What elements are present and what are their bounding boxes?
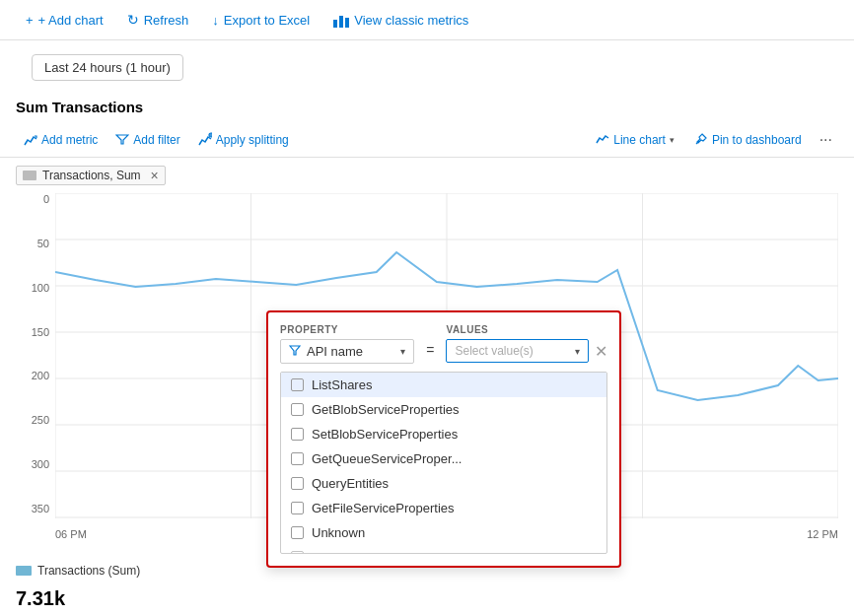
filter-checkbox-getqueue[interactable]: [291, 452, 304, 465]
filter-values-close-button[interactable]: ✕: [595, 342, 607, 361]
apply-splitting-button[interactable]: Apply splitting: [190, 128, 297, 153]
refresh-button[interactable]: ↻ Refresh: [117, 8, 199, 32]
list-item-label: Unknown: [312, 525, 365, 540]
legend-color-bar: [16, 566, 32, 576]
chart-toolbar-right: Line chart ▾ Pin to dashboard ···: [588, 127, 838, 153]
x-label-12pm: 12 PM: [807, 528, 838, 540]
filter-checkbox-getfile[interactable]: [291, 502, 304, 514]
add-chart-label: + Add chart: [38, 13, 104, 28]
add-metric-button[interactable]: Add metric: [16, 128, 106, 153]
apply-splitting-label: Apply splitting: [216, 133, 289, 147]
apply-splitting-icon: [198, 132, 212, 149]
y-label-200: 200: [32, 370, 49, 381]
view-classic-button[interactable]: View classic metrics: [323, 8, 478, 32]
property-dropdown[interactable]: API name ▾: [280, 339, 414, 364]
filter-checkbox-listshares[interactable]: [291, 378, 304, 391]
filter-chip: Transactions, Sum ×: [16, 166, 166, 185]
time-range-button[interactable]: Last 24 hours (1 hour): [32, 54, 183, 81]
refresh-icon: ↻: [127, 12, 139, 28]
values-placeholder: Select value(s): [455, 344, 533, 358]
property-dropdown-arrow: ▾: [400, 346, 405, 357]
line-chart-icon: [596, 133, 609, 148]
filter-checkbox-unknown[interactable]: [291, 526, 304, 539]
list-item-label: GetQueueServiceProper...: [312, 451, 462, 466]
list-item-label: GetBlobServiceProperties: [312, 402, 460, 417]
list-item[interactable]: QueryEntities: [281, 471, 606, 496]
filter-popup: PROPERTY API name ▾ = VALUES: [266, 310, 621, 568]
chart-toolbar: Add metric Add filter Apply splitting: [0, 123, 854, 158]
legend-label: Transactions (Sum): [37, 564, 140, 578]
list-item-label: SetBlobServiceProperties: [312, 427, 458, 442]
filter-checkbox-setblob[interactable]: [291, 428, 304, 441]
legend-item: Transactions (Sum): [16, 564, 140, 578]
chevron-down-icon: ▾: [670, 135, 675, 145]
property-dropdown-inner: API name: [289, 344, 363, 359]
list-item[interactable]: SetTableServiceProperti...: [281, 545, 606, 554]
property-col-label: PROPERTY: [280, 324, 414, 335]
pin-to-dashboard-label: Pin to dashboard: [712, 133, 802, 147]
export-excel-button[interactable]: ↓ Export to Excel: [202, 9, 320, 32]
export-icon: ↓: [212, 13, 219, 28]
pin-to-dashboard-button[interactable]: Pin to dashboard: [686, 128, 810, 153]
time-range-label: Last 24 hours (1 hour): [44, 60, 171, 75]
line-chart-button[interactable]: Line chart ▾: [588, 129, 682, 152]
filter-chip-color-bar: [23, 171, 36, 180]
y-label-250: 250: [32, 414, 49, 426]
list-item[interactable]: ListShares: [281, 373, 606, 397]
more-options-button[interactable]: ···: [814, 127, 838, 153]
filter-checkbox-getblob[interactable]: [291, 403, 304, 416]
list-item[interactable]: Unknown: [281, 520, 606, 545]
line-chart-label: Line chart: [613, 133, 666, 147]
y-axis: 350 300 250 200 150 100 50 0: [16, 193, 55, 518]
filter-popup-header: PROPERTY API name ▾ = VALUES: [280, 324, 607, 364]
filter-list: ListShares GetBlobServiceProperties SetB…: [280, 372, 607, 554]
chart-title: Sum Transactions: [0, 95, 854, 123]
list-item[interactable]: GetQueueServiceProper...: [281, 446, 606, 471]
y-label-300: 300: [32, 458, 49, 470]
list-item[interactable]: GetFileServiceProperties: [281, 496, 606, 520]
y-label-0: 0: [43, 193, 49, 205]
add-filter-icon: [115, 132, 129, 149]
export-label: Export to Excel: [224, 13, 310, 28]
y-label-100: 100: [32, 282, 49, 294]
refresh-label: Refresh: [144, 13, 189, 28]
y-label-50: 50: [37, 238, 49, 249]
filter-chip-close-button[interactable]: ×: [151, 169, 159, 182]
add-metric-label: Add metric: [41, 133, 98, 147]
filter-property-col: PROPERTY API name ▾: [280, 324, 414, 364]
filter-checkbox-queryentities[interactable]: [291, 477, 304, 490]
filter-chip-label: Transactions, Sum: [42, 169, 141, 182]
list-item-label: SetTableServiceProperti...: [312, 550, 460, 554]
list-item-label: GetFileServiceProperties: [312, 501, 455, 515]
legend-value: 7.31k: [0, 585, 854, 616]
filter-funnel-icon: [289, 344, 301, 359]
values-dropdown[interactable]: Select value(s) ▾: [446, 339, 589, 363]
add-filter-label: Add filter: [133, 133, 179, 147]
list-item-label: QueryEntities: [312, 476, 389, 491]
y-label-350: 350: [32, 503, 49, 514]
property-dropdown-value: API name: [307, 344, 363, 359]
top-toolbar: + + Add chart ↻ Refresh ↓ Export to Exce…: [0, 0, 854, 40]
view-classic-label: View classic metrics: [354, 13, 468, 28]
list-item-label: ListShares: [312, 377, 372, 392]
add-chart-button[interactable]: + + Add chart: [16, 9, 113, 32]
add-metric-icon: [24, 132, 37, 149]
filter-checkbox-settable[interactable]: [291, 551, 304, 554]
values-col-label: VALUES: [446, 324, 607, 335]
add-icon: +: [26, 13, 34, 28]
x-label-6pm: 06 PM: [55, 528, 87, 540]
add-filter-button[interactable]: Add filter: [107, 128, 187, 153]
list-item[interactable]: SetBlobServiceProperties: [281, 422, 606, 446]
pin-icon: [694, 132, 708, 149]
list-item[interactable]: GetBlobServiceProperties: [281, 397, 606, 422]
y-label-150: 150: [32, 326, 49, 338]
chart-area: Transactions, Sum × 350 300 250 200 150 …: [0, 158, 854, 556]
svg-rect-2: [345, 18, 349, 28]
filter-values-col: VALUES Select value(s) ▾ ✕: [446, 324, 607, 364]
filter-chip-row: Transactions, Sum ×: [16, 166, 838, 185]
bar-chart-icon: [333, 12, 349, 28]
svg-rect-0: [333, 20, 337, 28]
svg-rect-1: [339, 16, 343, 28]
filter-equals-sign: =: [426, 324, 434, 364]
values-dropdown-arrow: ▾: [575, 346, 580, 357]
